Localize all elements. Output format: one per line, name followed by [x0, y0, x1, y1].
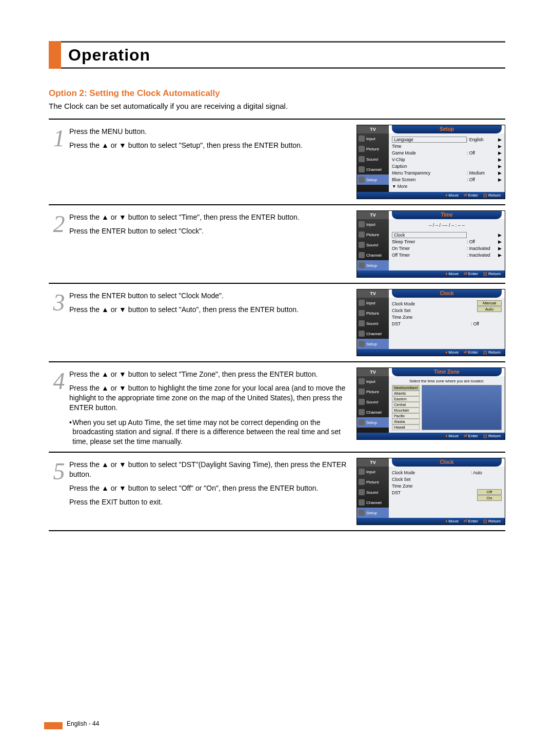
- picture-icon: [359, 310, 365, 316]
- step-number: 5: [49, 458, 69, 483]
- step-2: 2 Press the ▲ or ▼ button to select "Tim…: [49, 205, 505, 284]
- osd-title: Clock: [392, 289, 502, 298]
- sidebar-item: Setup: [357, 175, 389, 185]
- sidebar-item: Picture: [357, 386, 389, 397]
- section-intro: The Clock can be set automatically if yo…: [49, 102, 505, 110]
- picture-icon: [359, 146, 365, 152]
- osd-screenshot: TV Clock Input Picture Sound Channel Set…: [357, 458, 505, 525]
- setup-icon: [359, 177, 365, 183]
- osd-tv-label: TV: [357, 125, 389, 133]
- osd-title: Setup: [392, 125, 502, 133]
- osd-footer: ♦Move ⏎Enter ◫Return: [357, 518, 505, 525]
- timezone-hint: Select the time zone where you are locat…: [392, 379, 502, 383]
- osd-tv-label: TV: [357, 211, 389, 219]
- page-title: Operation: [68, 46, 150, 65]
- section-subhead: Option 2: Setting the Clock Automaticall…: [49, 88, 505, 99]
- osd-screenshot: TV Time Zone Input Picture Sound Channel…: [357, 367, 505, 447]
- picture-icon: [359, 231, 365, 238]
- setup-icon: [359, 262, 365, 268]
- sidebar-item: Picture: [357, 229, 389, 240]
- step-text: Press the MENU button. Press the ▲ or ▼ …: [69, 125, 357, 199]
- channel-icon: [359, 499, 365, 506]
- osd-panel: Clock Mode Clock Set Time Zone DST: Off …: [389, 298, 505, 349]
- picture-icon: [359, 479, 365, 485]
- sidebar-item: Sound: [357, 154, 389, 164]
- step-3: 3 Press the ENTER button to select "Cloc…: [49, 284, 505, 362]
- sidebar-item: Setup: [357, 417, 389, 428]
- osd-sidebar: Input Picture Sound Channel Setup: [357, 467, 389, 518]
- sidebar-item: Channel: [357, 407, 389, 417]
- step-text: Press the ▲ or ▼ button to select "DST"(…: [69, 458, 357, 525]
- setup-icon: [359, 419, 365, 425]
- osd-title: Time Zone: [392, 368, 502, 376]
- sound-icon: [359, 242, 365, 248]
- sidebar-item: Picture: [357, 477, 389, 487]
- input-icon: [359, 469, 365, 475]
- osd-sidebar: Input Picture Sound Channel Setup: [357, 133, 389, 192]
- input-icon: [359, 378, 365, 384]
- sidebar-item: Picture: [357, 144, 389, 154]
- sidebar-item: Setup: [357, 260, 389, 270]
- osd-sidebar: Input Picture Sound Channel Setup: [357, 219, 389, 270]
- input-icon: [359, 135, 365, 142]
- sound-icon: [359, 399, 365, 405]
- sidebar-item: Channel: [357, 328, 389, 339]
- osd-panel: Clock Mode: Auto Clock Set Time Zone DST…: [389, 467, 505, 518]
- step-4: 4 Press the ▲ or ▼ button to select "Tim…: [49, 362, 505, 453]
- setup-icon: [359, 510, 365, 516]
- channel-icon: [359, 252, 365, 258]
- sidebar-item: Channel: [357, 497, 389, 508]
- sidebar-item: Setup: [357, 508, 389, 518]
- step-number: 4: [49, 367, 69, 393]
- step-5: 5 Press the ▲ or ▼ button to select "DST…: [49, 453, 505, 531]
- title-box: Operation: [61, 41, 505, 69]
- steps-container: 1 Press the MENU button. Press the ▲ or …: [49, 119, 505, 531]
- osd-tv-label: TV: [357, 458, 389, 467]
- step-number: 3: [49, 289, 69, 315]
- sidebar-item: Input: [357, 133, 389, 144]
- sound-icon: [359, 320, 365, 326]
- timezone-map: [422, 385, 502, 430]
- sidebar-item: Input: [357, 467, 389, 477]
- sound-icon: [359, 156, 365, 162]
- picture-icon: [359, 389, 365, 395]
- osd-screenshot: TV Time Input Picture Sound Channel Setu…: [357, 210, 505, 278]
- sidebar-item: Picture: [357, 308, 389, 318]
- sidebar-item: Setup: [357, 339, 389, 349]
- osd-title: Clock: [392, 458, 502, 467]
- osd-footer: ♦Move ⏎Enter ◫Return: [357, 433, 505, 439]
- sidebar-item: Sound: [357, 240, 389, 250]
- step-1: 1 Press the MENU button. Press the ▲ or …: [49, 120, 505, 205]
- step-number: 1: [49, 125, 69, 150]
- accent-block: [49, 41, 61, 69]
- step-number: 2: [49, 210, 69, 236]
- option-on: On: [477, 495, 502, 501]
- osd-title: Time: [392, 211, 502, 219]
- sidebar-item: Channel: [357, 250, 389, 260]
- osd-screenshot: TV Clock Input Picture Sound Channel Set…: [357, 289, 505, 356]
- osd-screenshot: TV Setup Input Picture Sound Channel Set…: [357, 125, 505, 199]
- setup-icon: [359, 341, 365, 347]
- sound-icon: [359, 489, 365, 495]
- title-band: Operation: [49, 41, 505, 69]
- sidebar-item: Channel: [357, 164, 389, 175]
- sidebar-item: Input: [357, 219, 389, 229]
- channel-icon: [359, 331, 365, 337]
- sidebar-item: Sound: [357, 397, 389, 407]
- channel-icon: [359, 409, 365, 415]
- osd-tv-label: TV: [357, 368, 389, 376]
- sidebar-item: Input: [357, 298, 389, 308]
- sidebar-item: Input: [357, 376, 389, 386]
- input-icon: [359, 300, 365, 306]
- option-auto: Auto: [477, 306, 502, 312]
- page-footer: English - 44: [67, 720, 99, 727]
- channel-icon: [359, 166, 365, 172]
- timezone-list: Newfoundland Atlantic Eastern Central Mo…: [392, 385, 420, 430]
- osd-panel: -- / -- / ---- / -- : -- -- Clock▶ Sleep…: [389, 219, 505, 270]
- osd-footer: ♦Move ⏎Enter ◫Return: [357, 270, 505, 277]
- step-text: Press the ▲ or ▼ button to select "Time …: [69, 367, 357, 447]
- osd-footer: ♦Move ⏎Enter ◫Return: [357, 349, 505, 356]
- footer-accent: [44, 722, 63, 729]
- osd-tv-label: TV: [357, 289, 389, 298]
- option-manual: Manual: [477, 300, 502, 306]
